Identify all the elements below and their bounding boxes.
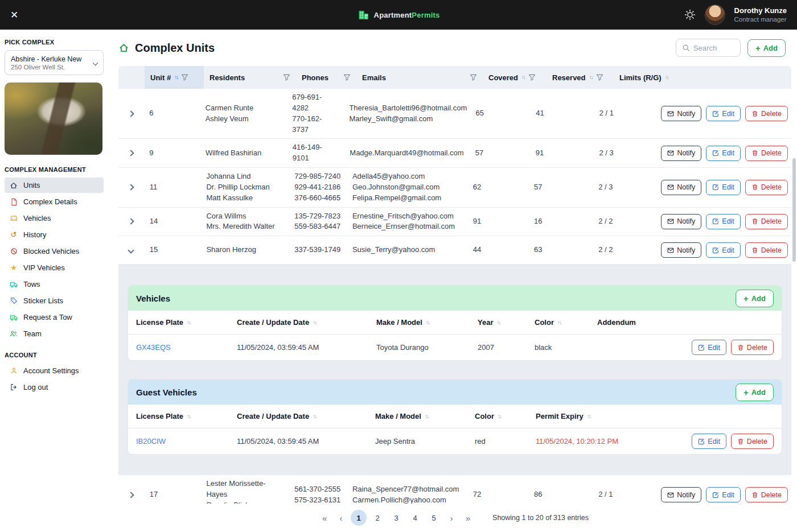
notify-button[interactable]: Notify (661, 487, 701, 502)
notify-button[interactable]: Notify (661, 242, 701, 258)
sort-icon[interactable]: ↑↓ (665, 75, 668, 80)
sidebar-item-vip-vehicles[interactable]: ★ VIP Vehicles (5, 260, 104, 275)
column-header-create-update-date[interactable]: Create / Update Date↑↓ (237, 412, 375, 420)
notify-button[interactable]: Notify (661, 180, 701, 195)
sort-icon[interactable]: ↑↓ (557, 320, 561, 325)
page-button-5[interactable]: 5 (426, 510, 442, 526)
expand-row-button[interactable] (128, 247, 134, 253)
sidebar-item-team[interactable]: Team (5, 326, 104, 341)
expand-row-button[interactable] (128, 184, 134, 191)
sidebar-item-account-settings[interactable]: Account Settings (5, 363, 104, 378)
column-header-residents[interactable]: Residents (204, 66, 296, 89)
column-header-make-model[interactable]: Make / Model↑↓ (376, 318, 478, 327)
unit-number: 6 (143, 108, 199, 119)
sidebar-item-vehicles[interactable]: Vehicles (5, 211, 104, 226)
sort-icon[interactable]: ↑↓ (187, 320, 190, 325)
sidebar-item-tows[interactable]: Tows (5, 277, 104, 292)
sidebar-item-sticker-lists[interactable]: Sticker Lists (5, 293, 104, 308)
edit-button[interactable]: Edit (706, 487, 741, 502)
expand-row-button[interactable] (128, 150, 134, 156)
guest-vehicle-plate-link[interactable]: IB20CIW (136, 437, 166, 446)
sidebar-item-request-a-tow[interactable]: Request a Tow (5, 310, 104, 325)
filter-icon[interactable] (181, 74, 188, 81)
edit-button[interactable]: Edit (706, 214, 741, 229)
sidebar-item-units[interactable]: Units (5, 178, 104, 193)
column-header-covered[interactable]: Covered ↑↓ (483, 66, 547, 89)
filter-icon[interactable] (343, 74, 351, 81)
page-button-2[interactable]: 2 (369, 510, 385, 526)
sort-icon[interactable]: ↑↓ (589, 75, 593, 80)
delete-button[interactable]: Delete (745, 106, 788, 121)
page-button-1[interactable]: 1 (351, 510, 367, 526)
sort-icon[interactable]: ↑↓ (187, 414, 190, 419)
delete-button[interactable]: Delete (745, 146, 788, 161)
notify-button[interactable]: Notify (661, 106, 701, 121)
sidebar-item-blocked-vehicles[interactable]: Blocked Vehicles (5, 244, 104, 259)
page-button-3[interactable]: 3 (388, 510, 404, 526)
last-page-button[interactable]: » (461, 510, 475, 525)
units-table-header: Unit # ↑↓ Residents Phones Emails (118, 66, 791, 89)
add-unit-button[interactable]: + Add (747, 39, 786, 57)
notify-button[interactable]: Notify (661, 146, 701, 161)
column-header-create-update-date[interactable]: Create / Update Date↑↓ (237, 318, 376, 327)
filter-icon[interactable] (470, 74, 477, 81)
sidebar-item-log-out[interactable]: Log out (5, 380, 104, 395)
expand-row-button[interactable] (128, 492, 134, 498)
first-page-button[interactable]: « (318, 510, 331, 525)
sidebar-item-complex-details[interactable]: Complex Details (5, 194, 104, 209)
complex-select-dropdown[interactable]: Abshire - Kerluke New 250 Oliver Well St… (5, 50, 104, 75)
search-input[interactable] (693, 44, 733, 52)
sort-icon[interactable]: ↑↓ (426, 320, 429, 325)
sort-icon[interactable]: ↑↓ (521, 75, 525, 80)
filter-icon[interactable] (283, 74, 290, 81)
edit-button[interactable]: Edit (706, 106, 741, 121)
sort-icon[interactable]: ↑↓ (174, 75, 178, 80)
edit-button[interactable]: Edit (706, 242, 741, 258)
column-header-phones[interactable]: Phones (296, 66, 356, 89)
column-header-color[interactable]: Color↑↓ (475, 412, 536, 420)
theme-toggle-sun-icon[interactable] (684, 9, 696, 20)
delete-vehicle-button[interactable]: Delete (731, 340, 774, 355)
sort-icon[interactable]: ↑↓ (498, 414, 501, 419)
column-header-emails[interactable]: Emails (356, 66, 483, 89)
expand-row-button[interactable] (128, 110, 134, 117)
sort-icon[interactable]: ↑↓ (496, 320, 500, 325)
next-page-button[interactable]: › (445, 510, 458, 525)
column-header-permit-expiry[interactable]: Permit Expiry↑↓ (536, 412, 664, 420)
filter-icon[interactable] (596, 74, 603, 81)
expand-row-button[interactable] (128, 218, 134, 225)
column-header-year[interactable]: Year↑↓ (478, 318, 535, 327)
column-header-reserved[interactable]: Reserved ↑↓ (547, 66, 614, 89)
add-vehicle-button[interactable]: + Add (736, 290, 774, 307)
column-header-unit[interactable]: Unit # ↑↓ (145, 66, 204, 89)
sidebar-item-history[interactable]: ↺ History (5, 227, 104, 242)
column-header-license-plate[interactable]: License Plate↑↓ (136, 318, 237, 327)
delete-button[interactable]: Delete (745, 180, 788, 195)
sort-icon[interactable]: ↑↓ (587, 414, 590, 419)
page-button-4[interactable]: 4 (407, 510, 423, 526)
delete-button[interactable]: Delete (745, 242, 788, 258)
edit-button[interactable]: Edit (706, 146, 741, 161)
filter-icon[interactable] (528, 74, 536, 81)
notify-button[interactable]: Notify (661, 214, 701, 229)
sort-icon[interactable]: ↑↓ (425, 414, 428, 419)
delete-guest-vehicle-button[interactable]: Delete (731, 434, 774, 449)
column-header-make-model[interactable]: Make / Model↑↓ (375, 412, 475, 420)
sort-icon[interactable]: ↑↓ (313, 320, 316, 325)
column-header-limits[interactable]: Limits (R/G) ↑↓ (614, 66, 679, 89)
delete-button[interactable]: Delete (745, 487, 788, 502)
vehicle-plate-link[interactable]: GX43EQS (136, 343, 171, 352)
edit-guest-vehicle-button[interactable]: Edit (692, 434, 726, 449)
edit-button[interactable]: Edit (706, 180, 741, 195)
prev-page-button[interactable]: ‹ (334, 510, 348, 525)
column-header-color[interactable]: Color↑↓ (535, 318, 597, 327)
delete-button[interactable]: Delete (745, 214, 788, 229)
add-guest-vehicle-button[interactable]: + Add (736, 383, 774, 401)
user-avatar[interactable] (705, 5, 725, 25)
column-header-license-plate[interactable]: License Plate↑↓ (136, 412, 237, 420)
edit-icon (712, 247, 719, 254)
vertical-scrollbar[interactable] (792, 158, 796, 262)
sort-icon[interactable]: ↑↓ (313, 414, 316, 419)
edit-vehicle-button[interactable]: Edit (692, 340, 726, 355)
close-icon[interactable]: ✕ (10, 10, 18, 20)
